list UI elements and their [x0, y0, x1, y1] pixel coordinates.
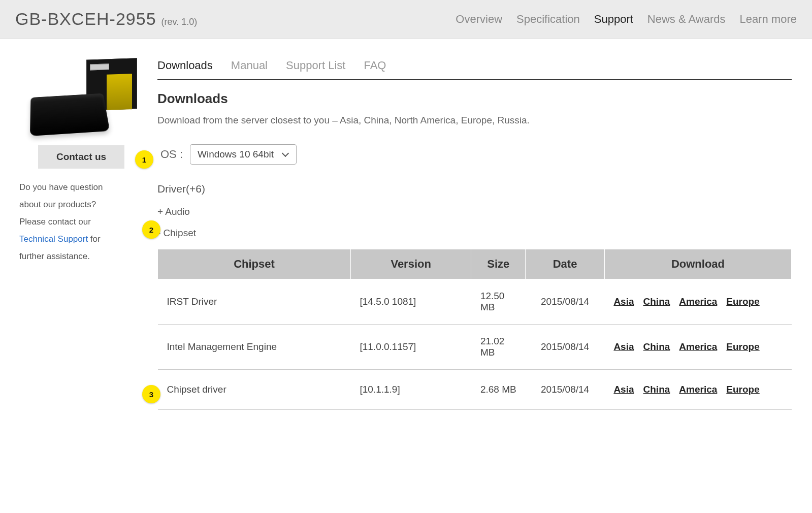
annotation-1: 1: [135, 150, 153, 169]
annotation-3: 3: [142, 385, 160, 403]
download-link-asia[interactable]: Asia: [613, 338, 634, 356]
downloads-subtitle: Download from the server closest to you …: [157, 115, 792, 126]
sub-tabs: Downloads Manual Support List FAQ: [157, 59, 792, 80]
cell-date: 2015/08/14: [526, 325, 605, 370]
th-version: Version: [350, 249, 471, 279]
model-revision: (rev. 1.0): [161, 17, 198, 27]
help-line-4: Technical Support for: [19, 231, 143, 248]
cell-date: 2015/08/14: [526, 279, 605, 325]
nav-specification[interactable]: Specification: [516, 13, 580, 26]
download-link-china[interactable]: China: [643, 338, 670, 356]
downloads-title: Downloads: [157, 91, 792, 107]
cell-size: 21.02 MB: [471, 325, 526, 370]
download-link-asia[interactable]: Asia: [613, 293, 634, 310]
category-chipset[interactable]: - Chipset: [157, 226, 792, 247]
annotation-2: 2: [142, 220, 160, 239]
nav-overview[interactable]: Overview: [456, 13, 502, 26]
contact-us-button[interactable]: Contact us: [38, 145, 124, 169]
nav-support[interactable]: Support: [594, 13, 633, 26]
th-chipset: Chipset: [158, 249, 351, 279]
product-image: [25, 59, 137, 140]
nav-learn-more[interactable]: Learn more: [739, 13, 797, 26]
sidebar: Contact us Do you have question about ou…: [5, 59, 157, 416]
help-line-3: Please contact our: [19, 213, 143, 231]
sidebar-help-text: Do you have question about our products?…: [15, 179, 147, 265]
tab-faq[interactable]: FAQ: [364, 59, 386, 72]
os-select[interactable]: Windows 10 64bit: [190, 144, 297, 165]
tab-downloads[interactable]: Downloads: [157, 59, 213, 72]
download-link-america[interactable]: America: [679, 381, 717, 398]
product-name: GB-BXCEH-2955 (rev. 1.0): [15, 9, 197, 29]
cell-version: [11.0.0.1157]: [350, 325, 471, 370]
chevron-down-icon: [282, 151, 289, 158]
cell-download: AsiaChinaAmericaEurope: [604, 370, 791, 410]
help-line-2: about our products?: [19, 196, 143, 213]
download-link-europe[interactable]: Europe: [726, 293, 759, 310]
help-line-4-tail: for: [88, 234, 101, 244]
table-row: Chipset driver[10.1.1.9]2.68 MB2015/08/1…: [158, 370, 792, 410]
download-link-europe[interactable]: Europe: [726, 381, 759, 398]
product-device-icon: [30, 93, 110, 136]
cell-size: 12.50 MB: [471, 279, 526, 325]
th-date: Date: [526, 249, 605, 279]
table-row: Intel Management Engine[11.0.0.1157]21.0…: [158, 325, 792, 370]
download-link-america[interactable]: America: [679, 293, 717, 310]
driver-table: Chipset Version Size Date Download IRST …: [157, 249, 792, 410]
product-box-side-icon: [107, 74, 132, 110]
download-link-asia[interactable]: Asia: [613, 381, 634, 398]
category-audio[interactable]: + Audio: [157, 204, 792, 226]
table-row: IRST Driver[14.5.0 1081]12.50 MB2015/08/…: [158, 279, 792, 325]
os-select-value: Windows 10 64bit: [198, 149, 274, 159]
download-link-america[interactable]: America: [679, 338, 717, 356]
model-title: GB-BXCEH-2955: [15, 9, 156, 29]
cell-name: Intel Management Engine: [158, 325, 351, 370]
top-nav: Overview Specification Support News & Aw…: [456, 13, 797, 26]
cell-name: IRST Driver: [158, 279, 351, 325]
download-link-europe[interactable]: Europe: [726, 338, 759, 356]
tab-manual[interactable]: Manual: [231, 59, 268, 72]
cell-download: AsiaChinaAmericaEurope: [604, 279, 791, 325]
th-size: Size: [471, 249, 526, 279]
cell-version: [10.1.1.9]: [350, 370, 471, 410]
page-header: GB-BXCEH-2955 (rev. 1.0) Overview Specif…: [0, 0, 812, 39]
help-line-5: further assistance.: [19, 248, 143, 265]
th-download: Download: [604, 249, 791, 279]
os-row: OS : Windows 10 64bit: [157, 144, 792, 165]
download-link-china[interactable]: China: [643, 381, 670, 398]
main-content: 1 2 3 Downloads Manual Support List FAQ …: [157, 59, 812, 416]
table-header-row: Chipset Version Size Date Download: [158, 249, 792, 279]
driver-heading: Driver(+6): [157, 183, 792, 195]
download-link-china[interactable]: China: [643, 293, 670, 310]
cell-name: Chipset driver: [158, 370, 351, 410]
cell-size: 2.68 MB: [471, 370, 526, 410]
os-label: OS :: [160, 148, 183, 161]
cell-date: 2015/08/14: [526, 370, 605, 410]
tab-support-list[interactable]: Support List: [286, 59, 345, 72]
cell-download: AsiaChinaAmericaEurope: [604, 325, 791, 370]
cell-version: [14.5.0 1081]: [350, 279, 471, 325]
nav-news-awards[interactable]: News & Awards: [647, 13, 726, 26]
help-line-1: Do you have question: [19, 179, 143, 196]
technical-support-link[interactable]: Technical Support: [19, 234, 88, 244]
